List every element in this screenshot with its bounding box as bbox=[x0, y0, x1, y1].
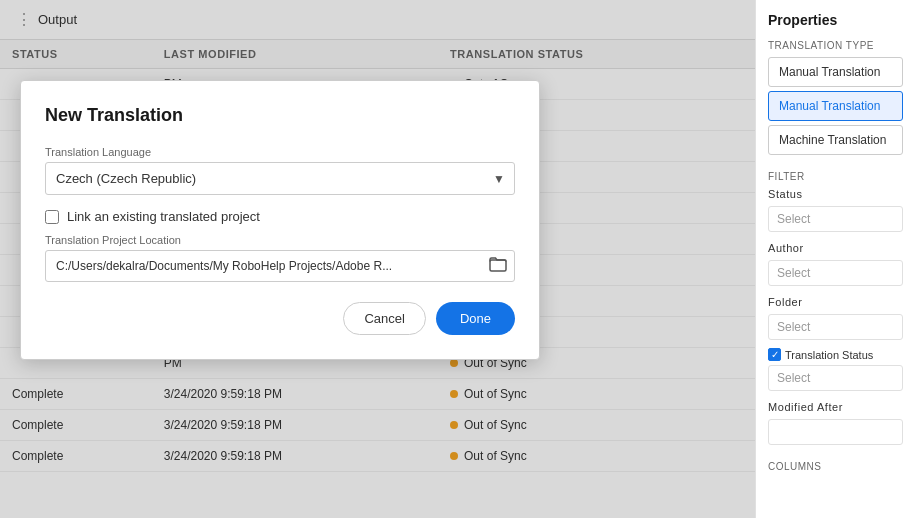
sidebar-title: Properties bbox=[768, 12, 903, 28]
modified-after-label: Modified After bbox=[768, 401, 903, 413]
main-area: ⋮ Output STATUS LAST MODIFIED TRANSLATIO… bbox=[0, 0, 755, 518]
location-input[interactable] bbox=[45, 250, 515, 282]
done-button[interactable]: Done bbox=[436, 302, 515, 335]
modal-actions: Cancel Done bbox=[45, 302, 515, 335]
link-project-row: Link an existing translated project bbox=[45, 209, 515, 224]
folder-filter-label: Folder bbox=[768, 296, 903, 308]
modified-after-input[interactable] bbox=[768, 419, 903, 445]
translation-status-filter-select[interactable]: Select bbox=[768, 365, 903, 391]
translation-type-label: Translation Type bbox=[768, 40, 903, 51]
translation-status-filter-label: Translation Status bbox=[785, 349, 873, 361]
translation-status-filter-row: ✓ Translation Status bbox=[768, 348, 903, 361]
columns-label: COLUMNS bbox=[768, 461, 903, 472]
language-select[interactable]: Czech (Czech Republic) bbox=[45, 162, 515, 195]
link-project-label: Link an existing translated project bbox=[67, 209, 260, 224]
svg-rect-0 bbox=[490, 260, 506, 271]
modal-overlay: New Translation Translation Language Cze… bbox=[0, 0, 755, 518]
filter-label: FILTER bbox=[768, 171, 903, 182]
status-filter-label: Status bbox=[768, 188, 903, 200]
new-translation-modal: New Translation Translation Language Cze… bbox=[20, 80, 540, 360]
browse-folder-button[interactable] bbox=[489, 256, 507, 276]
machine-translation-option[interactable]: Machine Translation bbox=[768, 125, 903, 155]
cancel-button[interactable]: Cancel bbox=[343, 302, 425, 335]
language-label: Translation Language bbox=[45, 146, 515, 158]
manual-translation-option[interactable]: Manual Translation bbox=[768, 91, 903, 121]
modal-title: New Translation bbox=[45, 105, 515, 126]
location-input-wrapper bbox=[45, 250, 515, 282]
language-select-wrapper: Czech (Czech Republic) ▼ bbox=[45, 162, 515, 195]
folder-filter-select[interactable]: Select bbox=[768, 314, 903, 340]
author-filter-select[interactable]: Select bbox=[768, 260, 903, 286]
translation-type-display[interactable]: Manual Translation bbox=[768, 57, 903, 87]
location-label: Translation Project Location bbox=[45, 234, 515, 246]
translation-status-checkbox-icon: ✓ bbox=[768, 348, 781, 361]
author-filter-label: Author bbox=[768, 242, 903, 254]
link-project-checkbox[interactable] bbox=[45, 210, 59, 224]
properties-sidebar: Properties Translation Type Manual Trans… bbox=[755, 0, 915, 518]
status-filter-select[interactable]: Select bbox=[768, 206, 903, 232]
